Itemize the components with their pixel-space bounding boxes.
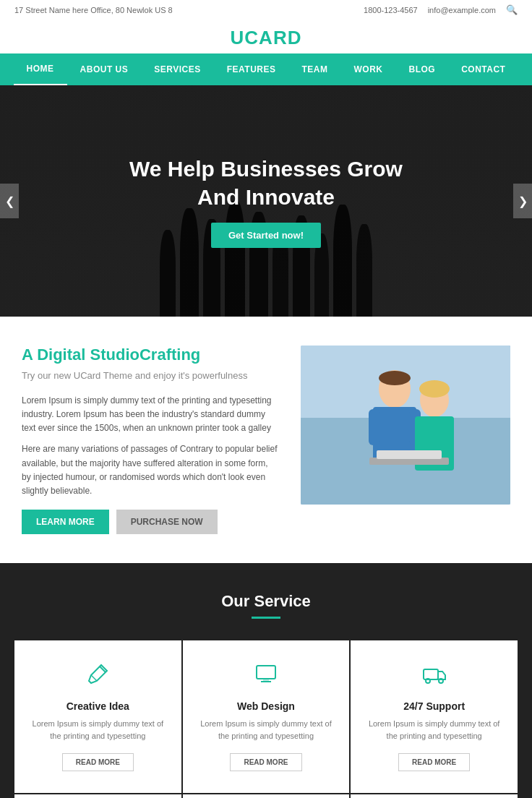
nav-item-contact[interactable]: CONTACT [448, 54, 518, 85]
hero-section: ❮ We Help Businesses Grow And Innovate G… [0, 85, 532, 317]
nav-link[interactable]: BLOG [395, 54, 448, 85]
phone: 1800-123-4567 [364, 6, 418, 14]
service-name-2: Web Design [197, 700, 335, 712]
svg-point-11 [379, 371, 411, 385]
about-buttons: LEARN MORE PURCHASE NOW [22, 510, 279, 534]
logo-bar: UCARD [0, 20, 532, 53]
purchase-now-button[interactable]: PURCHASE NOW [116, 510, 218, 534]
service-card-2: Web DesignLorem Ipsum is simply dummy te… [183, 640, 350, 793]
svg-point-18 [426, 679, 430, 683]
nav-item-home[interactable]: HOME [14, 53, 67, 85]
logo[interactable]: UCARD [231, 27, 302, 49]
svg-rect-9 [377, 450, 442, 459]
about-text: A Digital StudioCrafting Try our new UCa… [22, 346, 279, 534]
services-divider [252, 617, 280, 619]
nav-link[interactable]: FEATURES [214, 54, 289, 85]
service-name-1: Creative Idea [29, 700, 167, 712]
about-title: A Digital StudioCrafting [22, 346, 279, 364]
hero-headline: We Help Businesses Grow And Innovate [129, 155, 403, 211]
svg-rect-4 [369, 409, 380, 445]
service-read-more-button-2[interactable]: READ MORE [230, 753, 301, 771]
svg-rect-17 [424, 669, 438, 679]
service-desc-2: Lorem Ipsum is simply dummy text of the … [197, 718, 335, 742]
service-icon-3 [365, 662, 503, 692]
nav-link[interactable]: HOME [14, 53, 67, 85]
service-card-5: Responsive LayoutLorem Ipsum is simply d… [183, 794, 350, 798]
email: info@example.com [428, 6, 496, 14]
services-grid: Creative IdeaLorem Ipsum is simply dummy… [14, 640, 518, 798]
nav-link[interactable]: TEAM [288, 54, 340, 85]
nav-item-services[interactable]: SERVICES [141, 54, 213, 85]
service-card-1: Creative IdeaLorem Ipsum is simply dummy… [14, 640, 181, 793]
nav-link[interactable]: SERVICES [141, 54, 213, 85]
service-desc-3: Lorem Ipsum is simply dummy text of the … [365, 718, 503, 742]
service-card-4: Web DevelopmentLorem Ipsum is simply dum… [14, 794, 181, 798]
services-section: Our Service Creative IdeaLorem Ipsum is … [0, 563, 532, 798]
svg-point-19 [439, 679, 443, 683]
about-section: A Digital StudioCrafting Try our new UCa… [0, 317, 532, 563]
nav-link[interactable]: CONTACT [448, 54, 518, 85]
nav-item-blog[interactable]: BLOG [395, 54, 448, 85]
nav-item-features[interactable]: FEATURES [214, 54, 289, 85]
svg-rect-14 [257, 666, 275, 679]
service-card-3: 24/7 SupportLorem Ipsum is simply dummy … [351, 640, 518, 793]
about-subtitle: Try our new UCard Theme and enjoy it's p… [22, 369, 279, 384]
service-name-3: 24/7 Support [365, 700, 503, 712]
service-icon-1 [29, 662, 167, 692]
nav-item-work[interactable]: WORK [340, 54, 395, 85]
nav-link[interactable]: ABOUT US [67, 54, 142, 85]
service-read-more-button-3[interactable]: READ MORE [398, 753, 470, 771]
top-bar: 17 Street Name here Office, 80 Newlok US… [0, 0, 532, 20]
service-icon-2 [197, 662, 335, 692]
about-para1: Lorem Ipsum is simply dummy text of the … [22, 394, 279, 436]
hero-cta-button[interactable]: Get Started now! [211, 223, 321, 248]
service-desc-1: Lorem Ipsum is simply dummy text of the … [29, 718, 167, 742]
logo-suffix: CARD [244, 27, 301, 48]
nav-link[interactable]: WORK [340, 54, 395, 85]
service-read-more-button-1[interactable]: READ MORE [62, 753, 134, 771]
main-nav: HOMEABOUT USSERVICESFEATURESTEAMWORKBLOG… [0, 53, 532, 85]
learn-more-button[interactable]: LEARN MORE [22, 510, 109, 534]
address: 17 Street Name here Office, 80 Newlok US… [14, 6, 173, 14]
nav-item-about-us[interactable]: ABOUT US [67, 54, 142, 85]
service-card-6: Color OptionsLorem Ipsum is simply dummy… [351, 794, 518, 798]
nav-item-team[interactable]: TEAM [288, 54, 340, 85]
logo-prefix: U [231, 27, 245, 48]
services-title: Our Service [14, 592, 518, 611]
svg-point-10 [419, 380, 450, 398]
hero-next-button[interactable]: ❯ [513, 184, 532, 218]
about-para2: Here are many variations of passages of … [22, 442, 279, 498]
hero-content: We Help Businesses Grow And Innovate Get… [129, 155, 403, 248]
svg-line-13 [91, 675, 97, 681]
hero-prev-button[interactable]: ❮ [0, 184, 19, 218]
about-image [301, 346, 510, 505]
search-icon[interactable]: 🔍 [506, 4, 518, 15]
